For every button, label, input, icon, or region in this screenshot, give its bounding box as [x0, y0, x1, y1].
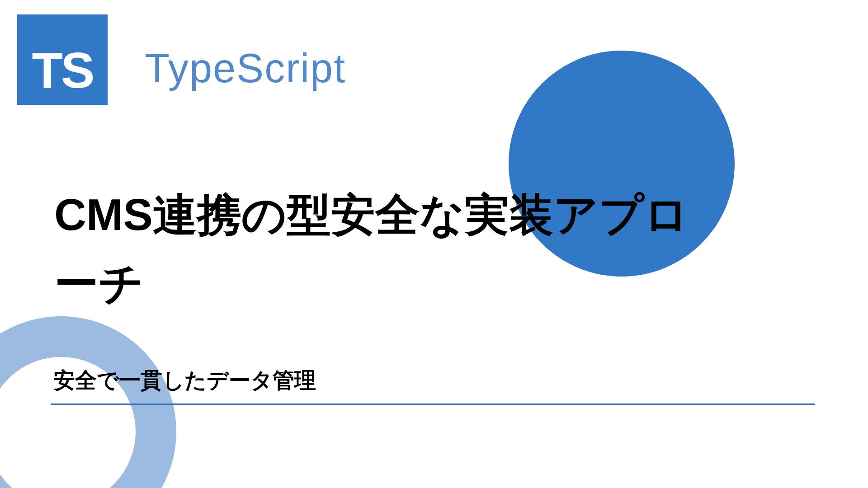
decorative-circle-ring: [0, 316, 176, 488]
slide-title: CMS連携の型安全な実装アプローチ: [54, 181, 723, 318]
logo-text: TS: [32, 41, 93, 99]
typescript-logo: TS: [17, 14, 108, 105]
divider-line: [51, 404, 815, 405]
slide-subtitle: 安全で一貫したデータ管理: [53, 366, 316, 395]
brand-label: TypeScript: [145, 45, 346, 92]
